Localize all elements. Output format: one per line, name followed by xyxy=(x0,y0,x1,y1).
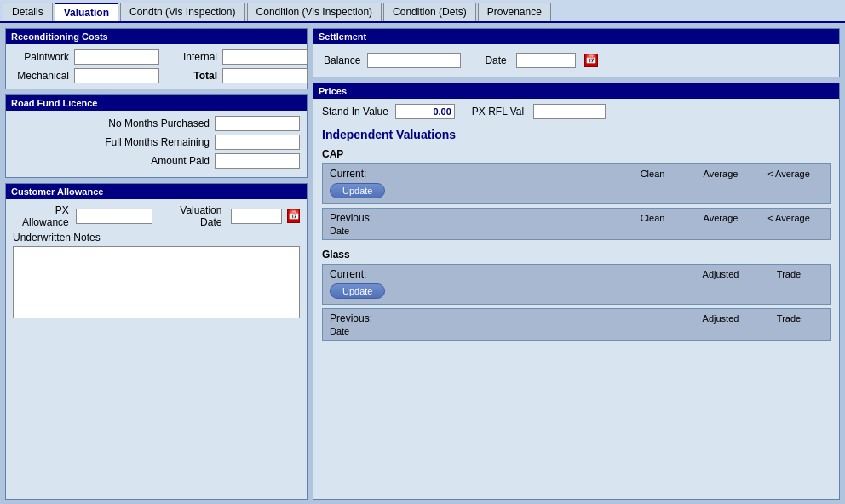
cap-current-row: Current: Clean Average < Average xyxy=(330,168,823,180)
date-label: Date xyxy=(485,54,506,66)
glass-section: Glass Current: Adjusted Trade Update xyxy=(322,249,831,341)
px-allowance-label: PX Allowance xyxy=(13,204,72,228)
reconditioning-panel: Reconditioning Costs Paintwork Internal … xyxy=(5,28,308,89)
amount-paid-label: Amount Paid xyxy=(70,155,215,167)
glass-previous-label: Previous: xyxy=(330,312,389,324)
glass-previous-adjusted-header: Adjusted xyxy=(687,313,755,324)
glass-current-row: Current: Adjusted Trade xyxy=(330,268,823,280)
glass-date-row: Date xyxy=(330,326,823,336)
prices-panel: Prices Stand In Value PX RFL Val Indepen… xyxy=(313,83,840,500)
px-rfl-label: PX RFL Val xyxy=(472,106,524,117)
glass-previous-row: Previous: Adjusted Trade xyxy=(330,312,823,324)
mechanical-input[interactable] xyxy=(74,68,159,83)
settlement-date-input[interactable] xyxy=(516,53,576,68)
cap-update-button[interactable]: Update xyxy=(330,183,385,198)
glass-title: Glass xyxy=(322,249,831,261)
cap-previous-less-header: < Average xyxy=(755,213,823,223)
total-label: Total xyxy=(161,70,221,82)
cap-date-label: Date xyxy=(330,226,349,236)
main-content: Reconditioning Costs Paintwork Internal … xyxy=(0,23,845,504)
roadfund-panel: Road Fund Licence No Months Purchased Fu… xyxy=(5,94,308,178)
settlement-panel: Settlement Balance Date xyxy=(313,28,840,77)
customer-allowance-header: Customer Allowance xyxy=(6,184,307,199)
tab-valuation[interactable]: Valuation xyxy=(55,3,118,21)
prices-top-row: Stand In Value PX RFL Val xyxy=(322,104,831,119)
roadfund-body: No Months Purchased Full Months Remainin… xyxy=(6,111,307,177)
roadfund-header: Road Fund Licence xyxy=(6,95,307,111)
glass-update-btn-row: Update xyxy=(330,280,823,301)
tab-condition-vis[interactable]: Condition (Vis Inspection) xyxy=(247,3,382,21)
cap-current-less-header: < Average xyxy=(755,169,823,179)
prices-header: Prices xyxy=(313,83,839,99)
tab-details[interactable]: Details xyxy=(3,3,53,21)
paintwork-input[interactable] xyxy=(74,49,159,65)
notes-wrapper xyxy=(13,246,300,321)
px-allowance-row: PX Allowance Valuation Date xyxy=(13,204,300,228)
customer-allowance-panel: Customer Allowance PX Allowance Valuatio… xyxy=(5,183,308,500)
tabs-bar: Details Valuation Condtn (Vis Inspection… xyxy=(0,0,845,23)
tab-condition-dets[interactable]: Condition (Dets) xyxy=(383,3,476,21)
amount-paid-row: Amount Paid xyxy=(13,153,300,169)
right-column: Settlement Balance Date Prices Stand In … xyxy=(313,28,840,500)
reconditioning-header: Reconditioning Costs xyxy=(6,29,307,44)
amount-paid-input[interactable] xyxy=(215,153,300,169)
cap-date-row: Date xyxy=(330,226,823,236)
cap-section: CAP Current: Clean Average < Average Upd… xyxy=(322,148,831,240)
valuation-date-label: Valuation Date xyxy=(163,204,226,228)
months-purchased-label: No Months Purchased xyxy=(70,117,215,129)
months-remaining-row: Full Months Remaining xyxy=(13,135,300,150)
settlement-calendar-icon[interactable] xyxy=(584,54,598,67)
stand-in-input[interactable] xyxy=(395,104,455,119)
months-purchased-row: No Months Purchased xyxy=(13,116,300,131)
cap-current-block: Current: Clean Average < Average Update xyxy=(322,163,831,204)
cap-previous-row: Previous: Clean Average < Average xyxy=(330,212,823,224)
glass-current-label: Current: xyxy=(330,268,389,280)
glass-current-trade-header: Trade xyxy=(755,269,823,279)
cap-update-btn-row: Update xyxy=(330,180,823,200)
underwritten-notes-label: Underwritten Notes xyxy=(13,232,300,243)
glass-current-block: Current: Adjusted Trade Update xyxy=(322,264,831,305)
balance-input[interactable] xyxy=(367,53,461,68)
cap-previous-label: Previous: xyxy=(330,212,389,224)
prices-body: Stand In Value PX RFL Val Independent Va… xyxy=(313,99,839,354)
valuation-date-calendar-icon[interactable] xyxy=(287,209,300,223)
settlement-body: Balance Date xyxy=(313,44,839,77)
glass-current-adjusted-header: Adjusted xyxy=(687,269,755,279)
customer-allowance-body: PX Allowance Valuation Date Underwritten… xyxy=(6,199,307,326)
cap-previous-block: Previous: Clean Average < Average Date xyxy=(322,208,831,240)
balance-label: Balance xyxy=(324,54,360,66)
mechanical-label: Mechanical xyxy=(13,70,72,82)
paintwork-label: Paintwork xyxy=(13,51,72,63)
months-purchased-input[interactable] xyxy=(215,116,300,131)
stand-in-label: Stand In Value xyxy=(322,106,388,117)
cap-previous-average-header: Average xyxy=(687,213,755,223)
reconditioning-body: Paintwork Internal Mechanical Total xyxy=(6,44,307,89)
cap-previous-clean-header: Clean xyxy=(618,213,687,223)
internal-label: Internal xyxy=(161,51,221,63)
px-rfl-input[interactable] xyxy=(533,104,606,119)
glass-update-button[interactable]: Update xyxy=(330,284,385,299)
months-remaining-label: Full Months Remaining xyxy=(70,136,215,148)
px-allowance-input[interactable] xyxy=(76,209,152,224)
glass-previous-trade-header: Trade xyxy=(755,313,823,324)
cap-current-clean-header: Clean xyxy=(618,169,687,179)
settlement-header: Settlement xyxy=(313,29,839,44)
valuation-date-input[interactable] xyxy=(231,209,282,224)
cap-current-label: Current: xyxy=(330,168,389,180)
internal-input[interactable] xyxy=(222,49,308,65)
months-remaining-input[interactable] xyxy=(215,135,300,150)
tab-provenance[interactable]: Provenance xyxy=(478,3,551,21)
glass-date-label: Date xyxy=(330,326,349,336)
cap-title: CAP xyxy=(322,148,831,160)
indep-valuations-title: Independent Valuations xyxy=(322,128,831,141)
left-column: Reconditioning Costs Paintwork Internal … xyxy=(5,28,308,500)
total-input[interactable] xyxy=(222,68,308,83)
cap-current-average-header: Average xyxy=(687,169,755,179)
tab-condtn-vis[interactable]: Condtn (Vis Inspection) xyxy=(120,3,245,21)
underwritten-notes-textarea[interactable] xyxy=(13,246,300,318)
glass-previous-block: Previous: Adjusted Trade Date xyxy=(322,308,831,341)
